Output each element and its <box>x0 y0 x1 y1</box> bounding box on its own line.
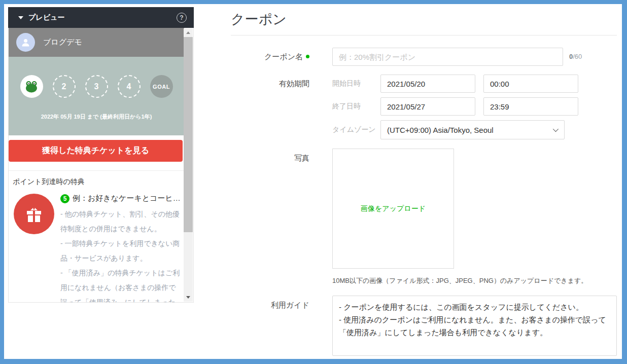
upload-image-link[interactable]: 画像をアップロード <box>361 204 426 213</box>
end-date-input[interactable] <box>380 97 475 116</box>
reward-title: 例：お好きなケーキとコーヒ… <box>73 194 181 203</box>
preview-panel: プレビュー ? ブログデモ <box>8 7 194 303</box>
reward-item: 5 例：お好きなケーキとコーヒ… - 他の特典チケット、割引、その他優待制度との… <box>14 194 184 302</box>
end-time-input[interactable] <box>483 97 578 116</box>
image-upload-box[interactable]: 画像をアップロード <box>332 149 454 269</box>
reward-section-heading: ポイント到達時の特典 <box>13 177 184 187</box>
preview-scrollbar[interactable] <box>184 28 193 302</box>
scroll-down-icon[interactable] <box>184 293 193 302</box>
scroll-up-icon[interactable] <box>184 28 193 37</box>
guide-label: 利用ガイド <box>231 296 309 311</box>
preview-collapse-toggle[interactable]: プレビュー ? <box>8 7 194 28</box>
stamp-goal: GOAL <box>150 75 173 98</box>
start-time-input[interactable] <box>483 75 578 93</box>
title-divider <box>231 35 617 35</box>
start-label: 開始日時 <box>332 79 380 88</box>
end-label: 終了日時 <box>332 102 380 111</box>
timezone-value: (UTC+09:00) Asia/Tokyo, Seoul <box>387 126 494 134</box>
stamp-4: 4 <box>118 75 141 98</box>
person-icon <box>20 37 31 48</box>
preview-scroll-content: ブログデモ <box>9 28 184 302</box>
reward-note: - 一部特典チケットを利用できない商品・サービスがあります。 <box>60 236 181 266</box>
frog-stamp-icon <box>24 80 39 93</box>
account-profile-bar: ブログデモ <box>9 28 184 57</box>
guide-counter: 97/500 <box>332 359 617 364</box>
usage-guide-textarea[interactable]: - クーポンを使用するには、この画面をスタッフに提示してください。 - 使用済み… <box>332 296 617 356</box>
start-date-input[interactable] <box>380 75 475 93</box>
scrollbar-thumb[interactable] <box>184 37 193 232</box>
guide-field: - クーポンを使用するには、この画面をスタッフに提示してください。 - 使用済み… <box>332 296 617 364</box>
account-name: ブログデモ <box>43 38 82 47</box>
reward-note: - 「使用済み」の特典チケットはご利用になれません（お客さまの操作で誤って「使用… <box>60 266 181 302</box>
coupon-name-row: クーポン名 0/60 <box>231 48 617 66</box>
timezone-label: タイムゾーン <box>332 125 380 134</box>
coupon-name-input[interactable] <box>332 48 563 66</box>
collapse-triangle-icon <box>18 16 23 19</box>
preview-body: ブログデモ <box>8 28 194 303</box>
chevron-down-icon <box>553 126 559 132</box>
coupon-form: クーポン クーポン名 0/60 有効期間 開始日時 終了日時 <box>231 4 617 364</box>
validity-label: 有効期間 <box>231 75 309 93</box>
end-datetime-row: 終了日時 <box>332 97 578 116</box>
reward-text-block: 5 例：お好きなケーキとコーヒ… - 他の特典チケット、割引、その他優待制度との… <box>60 194 184 302</box>
coupon-name-max: /60 <box>573 53 582 60</box>
coupon-name-label-wrap: クーポン名 <box>231 48 309 66</box>
photo-row: 写真 画像をアップロード <box>231 149 617 269</box>
card-expiry-text: 2022年 05月 19日 まで (最終利用日から1年) <box>9 113 184 121</box>
photo-label: 写真 <box>231 149 309 164</box>
view-tickets-button[interactable]: 獲得した特典チケットを見る <box>9 140 183 162</box>
reward-title-row: 5 例：お好きなケーキとコーヒ… <box>60 194 181 203</box>
photo-field: 画像をアップロード <box>332 149 454 269</box>
point-badge: 5 <box>60 194 69 203</box>
page-title: クーポン <box>231 10 617 28</box>
reward-notes: - 他の特典チケット、割引、その他優待制度との併用はできません。 - 一部特典チ… <box>60 207 181 302</box>
stamp-row: 2 3 4 GOAL <box>9 75 184 98</box>
preview-divider <box>9 170 184 171</box>
validity-row: 有効期間 開始日時 終了日時 タイムゾーン (UTC+09:00) Asia/T… <box>231 75 617 139</box>
reward-note: - 他の特典チケット、割引、その他優待制度との併用はできません。 <box>60 207 181 236</box>
validity-fields: 開始日時 終了日時 タイムゾーン (UTC+09:00) Asia/Tokyo,… <box>332 75 578 139</box>
guide-row: 利用ガイド - クーポンを使用するには、この画面をスタッフに提示してください。 … <box>231 296 617 364</box>
guide-max: /500 <box>604 360 617 364</box>
guide-count: 97 <box>597 360 604 364</box>
coupon-name-label: クーポン名 <box>264 52 303 61</box>
point-card: 2 3 4 GOAL 2022年 05月 19日 まで (最終利用日から1年) <box>9 57 184 135</box>
coupon-name-field: 0/60 <box>332 48 582 66</box>
start-datetime-row: 開始日時 <box>332 75 578 93</box>
required-dot <box>306 55 309 58</box>
stamp-earned <box>20 75 43 98</box>
account-avatar <box>16 33 35 52</box>
coupon-page: プレビュー ? ブログデモ <box>0 0 627 364</box>
gift-icon <box>14 194 54 234</box>
coupon-name-counter: 0/60 <box>569 48 582 66</box>
stamp-3: 3 <box>85 75 108 98</box>
gift-glyph <box>24 204 44 224</box>
preview-title: プレビュー <box>28 13 64 22</box>
stamp-2: 2 <box>53 75 76 98</box>
timezone-row: タイムゾーン (UTC+09:00) Asia/Tokyo, Seoul <box>332 120 578 139</box>
help-icon[interactable]: ? <box>177 13 187 23</box>
photo-note: 10MB以下の画像（ファイル形式：JPG、JPEG、PNG）のみアップロードでき… <box>332 276 617 285</box>
timezone-select[interactable]: (UTC+09:00) Asia/Tokyo, Seoul <box>380 120 565 139</box>
